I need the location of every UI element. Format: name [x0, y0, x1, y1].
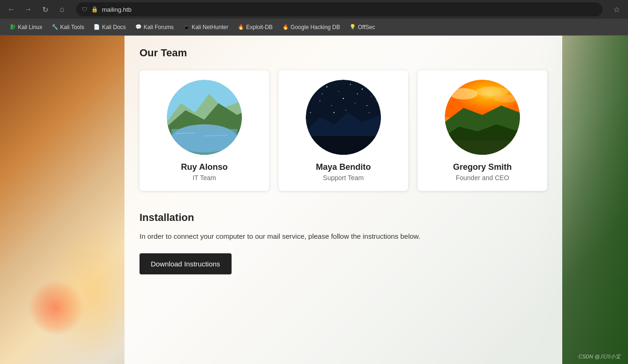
- bookmark-offsec[interactable]: 💡 OffSec: [346, 23, 379, 32]
- bookmark-label: Kali NetHunter: [192, 24, 228, 30]
- address-url: mailing.htb: [102, 6, 132, 13]
- address-bar[interactable]: 🛡 🔒 mailing.htb: [76, 2, 603, 16]
- svg-point-21: [376, 100, 377, 101]
- svg-point-16: [319, 100, 320, 101]
- svg-point-17: [331, 105, 332, 106]
- home-button[interactable]: ⌂: [55, 3, 69, 16]
- svg-point-15: [371, 96, 372, 97]
- team-member-role-ruy: IT Team: [193, 174, 216, 182]
- avatar-gregory: [445, 80, 520, 155]
- bookmark-kali-linux[interactable]: 🐉 Kali Linux: [6, 23, 46, 32]
- team-grid: Ruy Alonso IT Team: [140, 70, 547, 191]
- bookmark-label: Google Hacking DB: [291, 24, 340, 30]
- bookmarks-bar: 🐉 Kali Linux 🔧 Kali Tools 📄 Kali Docs 💬 …: [0, 19, 628, 36]
- avatar-maya: [306, 80, 381, 155]
- google-hacking-db-icon: 🔥: [282, 24, 289, 30]
- exploit-db-icon: 🔥: [238, 24, 244, 30]
- svg-point-36: [494, 95, 518, 102]
- team-section-title: Our Team: [140, 47, 547, 59]
- offsec-icon: 💡: [349, 24, 356, 30]
- forward-button[interactable]: →: [22, 3, 35, 16]
- bookmark-label: Kali Forums: [144, 24, 174, 30]
- svg-point-13: [350, 84, 351, 85]
- svg-point-20: [366, 105, 367, 106]
- team-member-role-gregory: Founder and CEO: [456, 174, 509, 182]
- bookmark-kali-tools[interactable]: 🔧 Kali Tools: [48, 23, 88, 32]
- bookmark-label: OffSec: [358, 24, 375, 30]
- installation-section: Installation In order to connect your co…: [140, 208, 547, 274]
- svg-rect-5: [171, 129, 237, 155]
- installation-description: In order to connect your computer to our…: [140, 231, 547, 242]
- team-card-gregory: Gregory Smith Founder and CEO: [418, 70, 547, 191]
- svg-point-11: [326, 86, 327, 87]
- kali-linux-icon: 🐉: [9, 24, 16, 30]
- bookmark-google-hacking-db[interactable]: 🔥 Google Hacking DB: [279, 23, 344, 32]
- bookmark-label: Kali Tools: [60, 24, 84, 30]
- svg-point-12: [338, 91, 339, 92]
- team-member-name-maya: Maya Bendito: [316, 162, 371, 172]
- bookmark-label: Exploit-DB: [246, 24, 273, 30]
- watermark: CSDN @川川小宝: [579, 353, 620, 360]
- lock-icon: 🔒: [91, 6, 98, 13]
- svg-point-24: [333, 112, 334, 113]
- bookmark-star-button[interactable]: ☆: [610, 3, 623, 16]
- shield-icon: 🛡: [82, 6, 87, 13]
- download-instructions-button[interactable]: Download Instructions: [140, 253, 232, 274]
- back-button[interactable]: ←: [5, 3, 18, 16]
- bookmark-label: Kali Linux: [18, 24, 42, 30]
- team-card-maya: Maya Bendito Support Team: [279, 70, 408, 191]
- svg-point-28: [378, 89, 379, 90]
- browser-titlebar: ← → ↻ ⌂ 🛡 🔒 mailing.htb ☆: [0, 0, 628, 19]
- team-member-name-ruy: Ruy Alonso: [181, 162, 227, 172]
- bookmark-label: Kali Docs: [102, 24, 126, 30]
- bookmark-kali-nethunter[interactable]: 📱 Kali NetHunter: [179, 23, 232, 32]
- svg-point-14: [362, 89, 363, 90]
- kali-tools-icon: 🔧: [52, 24, 58, 30]
- svg-point-25: [345, 110, 346, 111]
- content-panel: Our Team: [124, 36, 562, 364]
- team-card-ruy: Ruy Alonso IT Team: [140, 70, 269, 191]
- team-member-role-maya: Support Team: [323, 174, 364, 182]
- browser-chrome: ← → ↻ ⌂ 🛡 🔒 mailing.htb ☆ 🐉 Kali Linux 🔧…: [0, 0, 628, 36]
- svg-point-27: [369, 112, 370, 113]
- team-member-name-gregory: Gregory Smith: [453, 162, 512, 172]
- installation-title: Installation: [140, 212, 547, 224]
- svg-rect-39: [445, 141, 520, 155]
- bookmark-kali-forums[interactable]: 💬 Kali Forums: [132, 23, 178, 32]
- svg-point-10: [315, 89, 316, 90]
- kali-forums-icon: 💬: [135, 24, 142, 30]
- svg-rect-30: [306, 136, 381, 155]
- svg-point-34: [450, 88, 478, 99]
- svg-point-35: [475, 87, 508, 96]
- kali-docs-icon: 📄: [93, 24, 100, 30]
- bookmark-kali-docs[interactable]: 📄 Kali Docs: [90, 23, 130, 32]
- kali-nethunter-icon: 📱: [183, 24, 190, 30]
- page-wrapper: Our Team: [0, 36, 628, 364]
- avatar-ruy: [167, 80, 242, 155]
- svg-point-26: [357, 93, 358, 94]
- bookmark-exploit-db[interactable]: 🔥 Exploit-DB: [234, 23, 277, 32]
- svg-point-18: [343, 98, 344, 99]
- reload-button[interactable]: ↻: [39, 3, 52, 16]
- svg-point-23: [322, 93, 323, 94]
- svg-point-22: [310, 112, 311, 113]
- svg-point-19: [355, 103, 356, 104]
